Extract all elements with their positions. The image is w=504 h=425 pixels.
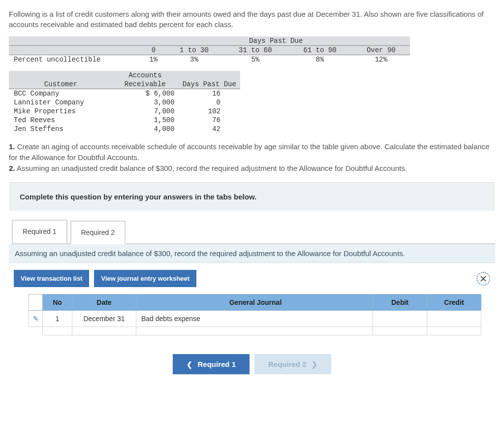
cust-hdr-ar-2: Receivable [112, 80, 179, 89]
cust-hdr-dpd: Days Past Due [179, 80, 240, 89]
journal-debit[interactable] [373, 311, 427, 327]
journal-account[interactable]: Bad debts expense [136, 311, 373, 327]
chevron-left-icon: ❮ [187, 360, 192, 368]
cust-dpd: 16 [179, 89, 240, 98]
aging-pct-3: 8% [287, 55, 352, 65]
aging-row-label: Percent uncollectible [9, 55, 142, 65]
view-transaction-list-button[interactable]: View transaction list [14, 270, 89, 287]
aging-header: Days Past Due [142, 36, 410, 46]
journal-row[interactable]: ✎ 1 December 31 Bad debts expense [29, 311, 481, 327]
journal-row[interactable] [29, 327, 481, 335]
journal-credit[interactable] [427, 311, 481, 327]
journal-date[interactable]: December 31 [72, 311, 136, 327]
journal-hdr-gj: General Journal [136, 294, 373, 311]
journal-debit[interactable] [373, 327, 427, 335]
cust-name: Jen Steffens [9, 125, 112, 133]
cust-ar: 7,000 [112, 107, 179, 116]
journal-date[interactable] [72, 327, 136, 335]
journal-hdr-debit: Debit [373, 294, 427, 311]
chevron-right-icon: ❯ [312, 360, 317, 368]
cust-ar: 4,000 [112, 125, 179, 133]
aging-col-2: 31 to 60 [223, 46, 287, 55]
journal-hdr-no: No [43, 294, 72, 311]
nav-prev-label: Required 1 [197, 360, 236, 368]
nav-next-button[interactable]: Required 2 ❯ [254, 354, 331, 374]
view-journal-entry-worksheet-button[interactable]: View journal entry worksheet [94, 270, 196, 287]
cust-hdr-ar-1: Accounts [112, 71, 179, 80]
cust-hdr-customer: Customer [9, 80, 112, 89]
cust-dpd: 42 [179, 125, 240, 133]
aging-col-4: Over 90 [352, 46, 410, 55]
journal-hdr-credit: Credit [427, 294, 481, 311]
intro-text: Following is a list of credit customers … [9, 9, 495, 30]
close-icon[interactable] [476, 272, 490, 286]
journal-credit[interactable] [427, 327, 481, 335]
cust-ar: 3,000 [112, 98, 179, 107]
cust-name: Mike Properties [9, 107, 112, 116]
nav-next-label: Required 2 [268, 360, 307, 368]
journal-account[interactable] [136, 327, 373, 335]
tab-required-1[interactable]: Required 1 [12, 220, 67, 243]
nav-prev-button[interactable]: ❮ Required 1 [173, 354, 250, 374]
complete-instruction: Complete this question by entering your … [9, 183, 495, 211]
cust-name: Lannister Company [9, 98, 112, 107]
pencil-icon[interactable]: ✎ [33, 315, 39, 323]
cust-dpd: 0 [179, 98, 240, 107]
cust-ar: 1,500 [112, 116, 179, 125]
tab-required-2[interactable]: Required 2 [70, 221, 126, 244]
tabs: Required 1 Required 2 [12, 220, 495, 244]
question-1: Create an aging of accounts receivable s… [9, 142, 489, 162]
aging-pct-0: 1% [142, 55, 165, 65]
aging-col-1: 1 to 30 [165, 46, 223, 55]
aging-col-0: 0 [142, 46, 165, 55]
cust-name: BCC Company [9, 89, 112, 98]
aging-col-3: 61 to 90 [287, 46, 352, 55]
journal-table: No Date General Journal Debit Credit ✎ 1… [29, 294, 481, 335]
cust-name: Ted Reeves [9, 116, 112, 125]
customers-table: Accounts Customer Receivable Days Past D… [9, 71, 240, 133]
journal-no[interactable]: 1 [43, 311, 72, 327]
aging-pct-4: 12% [352, 55, 410, 65]
aging-pct-2: 5% [223, 55, 287, 65]
journal-hdr-date: Date [72, 294, 136, 311]
questions-block: 1. Create an aging of accounts receivabl… [9, 141, 495, 173]
aging-table: Days Past Due 0 1 to 30 31 to 60 61 to 9… [9, 36, 410, 64]
cust-dpd: 76 [179, 116, 240, 125]
aging-pct-1: 3% [165, 55, 223, 65]
question-2: Assuming an unadjusted credit balance of… [17, 164, 407, 172]
tab-prompt: Assuming an unadjusted credit balance of… [9, 244, 495, 263]
journal-no[interactable] [43, 327, 72, 335]
cust-dpd: 102 [179, 107, 240, 116]
cust-ar: $ 6,000 [112, 89, 179, 98]
